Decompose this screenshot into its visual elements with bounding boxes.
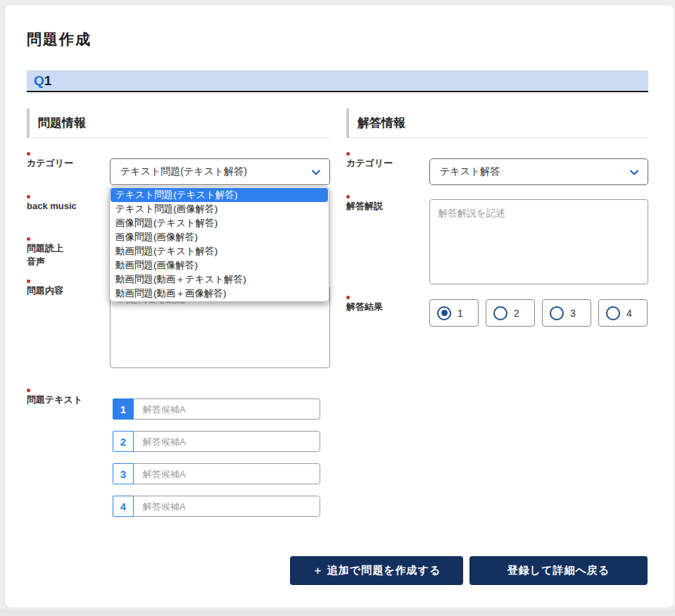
radio-icon <box>437 306 451 320</box>
choice-input-4[interactable] <box>113 496 320 517</box>
answer-result-radio-4[interactable]: 4 <box>598 299 648 327</box>
label-question-text: 問題テキスト <box>27 393 82 406</box>
chevron-down-icon <box>311 168 321 180</box>
dropdown-option[interactable]: テキスト問題(テキスト解答) <box>111 188 328 202</box>
dropdown-option[interactable]: 動画問題(画像解答) <box>111 258 328 272</box>
radio-label: 4 <box>626 308 632 319</box>
choice-badge-4[interactable]: 4 <box>113 496 134 517</box>
radio-label: 1 <box>458 308 463 319</box>
radio-label: 3 <box>570 308 576 319</box>
label-reading-audio-line1: 問題読上 <box>27 241 63 255</box>
chevron-down-icon <box>629 168 639 180</box>
radio-icon <box>550 306 564 320</box>
label-reading-audio: 問題読上 音声 <box>27 241 63 268</box>
answer-result-radio-1[interactable]: 1 <box>429 299 479 327</box>
radio-icon <box>606 306 620 320</box>
required-dot <box>27 389 30 392</box>
question-category-value: テキスト問題(テキスト解答) <box>120 165 247 178</box>
dropdown-option[interactable]: 動画問題(動画＋テキスト解答) <box>111 272 328 287</box>
dropdown-option[interactable]: 動画問題(動画＋画像解答) <box>111 287 328 301</box>
radio-label: 2 <box>514 308 519 319</box>
section-header-question-info: 問題情報 <box>27 108 331 138</box>
choice-badge-1[interactable]: 1 <box>113 398 134 420</box>
answer-category-value: テキスト解答 <box>440 165 500 178</box>
page-bottom-strip <box>0 610 675 616</box>
question-category-select[interactable]: テキスト問題(テキスト解答) <box>110 158 330 185</box>
required-dot <box>346 195 350 199</box>
add-question-button[interactable]: ＋ 追加で問題を作成する <box>290 556 463 585</box>
section-title: 問題情報 <box>38 115 86 131</box>
choice-input-2[interactable] <box>113 431 320 452</box>
label-answer-result: 解答結果 <box>346 300 383 313</box>
label-question-content: 問題内容 <box>27 284 63 297</box>
section-header-answer-info: 解答情報 <box>346 108 648 138</box>
label-answer-category: カテゴリー <box>346 156 393 170</box>
dropdown-option[interactable]: テキスト問題(画像解答) <box>111 202 328 216</box>
question-number-bar: Q1 <box>27 70 648 92</box>
answer-result-radio-3[interactable]: 3 <box>542 299 591 327</box>
section-title: 解答情報 <box>358 115 405 131</box>
dropdown-option[interactable]: 画像問題(画像解答) <box>111 230 328 244</box>
choice-badge-2[interactable]: 2 <box>113 431 134 452</box>
dropdown-option[interactable]: 動画問題(テキスト解答) <box>111 244 328 258</box>
label-reading-audio-line2: 音声 <box>27 255 63 268</box>
required-dot <box>27 195 30 199</box>
choice-input-1[interactable] <box>113 398 320 420</box>
dropdown-option[interactable]: 画像問題(テキスト解答) <box>111 216 328 230</box>
required-dot <box>27 152 30 156</box>
page-title: 問題作成 <box>27 30 92 49</box>
required-dot <box>27 279 30 283</box>
label-answer-explanation: 解答解説 <box>346 199 383 213</box>
required-dot <box>346 152 350 156</box>
required-dot <box>27 237 30 241</box>
answer-category-select[interactable]: テキスト解答 <box>429 158 648 185</box>
answer-result-radio-2[interactable]: 2 <box>486 299 535 327</box>
question-number: 1 <box>44 73 52 89</box>
question-q-letter: Q <box>34 73 44 89</box>
label-back-music: back music <box>27 199 77 213</box>
label-question-category: カテゴリー <box>27 156 73 170</box>
required-dot <box>346 296 350 299</box>
category-dropdown-list: テキスト問題(テキスト解答) テキスト問題(画像解答) 画像問題(テキスト解答)… <box>109 187 329 302</box>
choice-badge-3[interactable]: 3 <box>113 463 134 484</box>
choice-input-3[interactable] <box>113 463 320 484</box>
radio-icon <box>493 306 507 320</box>
register-and-back-button[interactable]: 登録して詳細へ戻る <box>469 556 648 585</box>
answer-explanation-textarea[interactable] <box>429 199 648 284</box>
